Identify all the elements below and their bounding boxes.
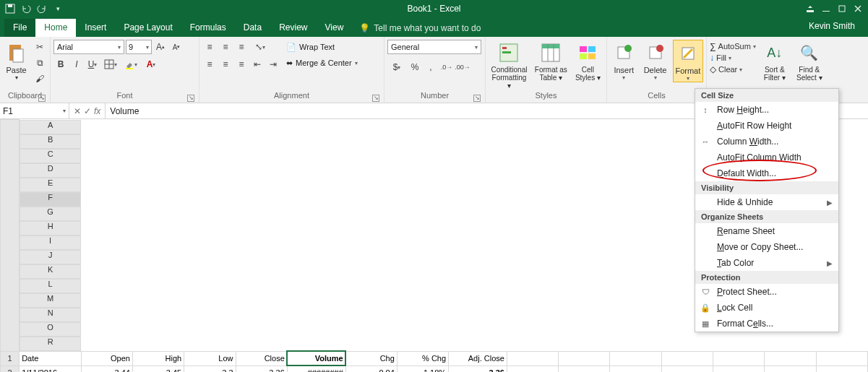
cell-J2[interactable]: [507, 365, 558, 372]
cell-A2[interactable]: 1/11/2016: [20, 365, 82, 372]
cell-I1[interactable]: Adj. Close: [449, 351, 507, 365]
cell-N2[interactable]: [713, 365, 765, 372]
fx-icon[interactable]: fx: [94, 106, 100, 116]
cell-A1[interactable]: Date: [20, 351, 82, 365]
number-format-select[interactable]: General▾: [387, 40, 481, 54]
comma-format-icon[interactable]: ,: [424, 60, 438, 74]
cell-N1[interactable]: [713, 351, 765, 365]
row-header-2[interactable]: 2: [1, 365, 20, 372]
cell-B1[interactable]: Open: [81, 351, 132, 365]
row-header-1[interactable]: 1: [1, 351, 20, 365]
menu-protect-sheet[interactable]: 🛡Protect Sheet...: [695, 284, 838, 300]
menu-autofit-column-width[interactable]: AutoFit Column Width: [695, 150, 838, 165]
merge-center-button[interactable]: ⬌Merge & Center▾: [283, 56, 371, 70]
cancel-formula-icon[interactable]: ✕: [74, 106, 81, 116]
column-header-G[interactable]: G: [20, 207, 81, 221]
menu-row-height[interactable]: ↕Row Height...: [695, 102, 838, 118]
font-color-icon[interactable]: A▾: [142, 57, 160, 72]
column-header-K[interactable]: K: [20, 264, 81, 279]
cell-H1[interactable]: % Chg: [397, 351, 448, 365]
menu-column-width[interactable]: ↔Column Width...: [695, 134, 838, 150]
cell-R2[interactable]: [816, 365, 867, 372]
insert-cells-button[interactable]: Insert▾: [610, 40, 637, 81]
cell-E1[interactable]: Close: [236, 351, 287, 365]
ribbon-options-icon[interactable]: [804, 3, 816, 14]
borders-icon[interactable]: ▾: [101, 57, 120, 72]
font-name-input[interactable]: Arial▾: [53, 40, 124, 54]
copy-icon[interactable]: ⧉: [33, 56, 47, 70]
menu-tab-color[interactable]: Tab Color▶: [695, 255, 838, 271]
cell-M2[interactable]: [661, 365, 713, 372]
undo-icon[interactable]: [20, 3, 32, 14]
paste-button[interactable]: Paste▾: [3, 40, 30, 81]
cell-G1[interactable]: Chg: [345, 351, 397, 365]
cell-M1[interactable]: [661, 351, 713, 365]
decrease-font-icon[interactable]: A▾: [169, 40, 184, 54]
align-right-icon[interactable]: ≡: [234, 57, 249, 72]
menu-format-cells[interactable]: ▦Format Cells...: [695, 316, 838, 332]
cell-K1[interactable]: [559, 351, 610, 365]
cell-K2[interactable]: [559, 365, 610, 372]
column-header-M[interactable]: M: [20, 293, 81, 308]
column-header-I[interactable]: I: [20, 235, 81, 250]
cut-icon[interactable]: ✂: [33, 40, 47, 54]
cell-C2[interactable]: 3.45: [132, 365, 184, 372]
redo-icon[interactable]: [36, 3, 48, 14]
menu-default-width[interactable]: Default Width...: [695, 165, 838, 181]
cell-J1[interactable]: [507, 351, 558, 365]
column-header-L[interactable]: L: [20, 279, 81, 293]
column-header-H[interactable]: H: [20, 221, 81, 235]
increase-indent-icon[interactable]: ⇥: [266, 57, 280, 72]
cell-D1[interactable]: Low: [184, 351, 236, 365]
find-select-button[interactable]: 🔍Find & Select ▾: [794, 40, 825, 82]
format-as-table-button[interactable]: Format as Table ▾: [533, 40, 570, 82]
tab-review[interactable]: Review: [270, 19, 316, 37]
format-cells-button[interactable]: Format▾: [673, 40, 703, 82]
accounting-format-icon[interactable]: $▾: [387, 60, 406, 74]
cell-E2[interactable]: 3.36: [236, 365, 287, 372]
menu-hide-unhide[interactable]: Hide & Unhide▶: [695, 194, 838, 210]
qat-customize-icon[interactable]: ▾: [52, 3, 64, 14]
delete-cells-button[interactable]: Delete▾: [640, 40, 669, 81]
column-header-N[interactable]: N: [20, 308, 81, 322]
decrease-decimal-icon[interactable]: .00→: [455, 60, 470, 74]
column-header-J[interactable]: J: [20, 250, 81, 264]
column-header-A[interactable]: A: [20, 120, 81, 134]
fill-button[interactable]: ↓Fill▾: [710, 53, 756, 63]
align-left-icon[interactable]: ≡: [202, 57, 217, 72]
menu-rename-sheet[interactable]: Rename Sheet: [695, 223, 838, 239]
menu-move-copy-sheet[interactable]: Move or Copy Sheet...: [695, 239, 838, 255]
align-bottom-icon[interactable]: ≡: [234, 40, 249, 54]
orientation-icon[interactable]: ⤡▾: [250, 40, 270, 54]
font-dialog-icon[interactable]: ↘: [187, 95, 194, 102]
cell-R1[interactable]: [816, 351, 867, 365]
cell-F1[interactable]: Volume: [287, 351, 345, 365]
underline-button[interactable]: U▾: [85, 57, 100, 72]
restore-icon[interactable]: [836, 3, 848, 14]
percent-format-icon[interactable]: %: [408, 60, 422, 74]
column-header-B[interactable]: B: [20, 134, 81, 149]
align-center-icon[interactable]: ≡: [218, 57, 233, 72]
menu-autofit-row-height[interactable]: AutoFit Row Height: [695, 118, 838, 134]
column-header-E[interactable]: E: [20, 178, 81, 192]
cell-D2[interactable]: 3.3: [184, 365, 236, 372]
cell-B2[interactable]: 3.44: [81, 365, 132, 372]
column-header-F[interactable]: F: [20, 192, 81, 207]
format-painter-icon[interactable]: 🖌: [33, 72, 47, 86]
align-middle-icon[interactable]: ≡: [218, 40, 233, 54]
cell-C1[interactable]: High: [132, 351, 184, 365]
column-header-C[interactable]: C: [20, 149, 81, 163]
cell-L2[interactable]: [610, 365, 661, 372]
tab-insert[interactable]: Insert: [76, 19, 115, 37]
menu-lock-cell[interactable]: 🔒Lock Cell: [695, 300, 838, 316]
tell-me[interactable]: 💡 Tell me what you want to do: [352, 20, 488, 37]
increase-font-icon[interactable]: A▴: [153, 40, 168, 54]
tab-formulas[interactable]: Formulas: [181, 19, 235, 37]
cell-O1[interactable]: [765, 351, 816, 365]
tab-home[interactable]: Home: [35, 19, 76, 37]
sort-filter-button[interactable]: A↓Sort & Filter ▾: [759, 40, 791, 82]
cell-styles-button[interactable]: Cell Styles ▾: [572, 40, 603, 82]
wrap-text-button[interactable]: 📄Wrap Text: [283, 40, 371, 54]
conditional-formatting-button[interactable]: Conditional Formatting ▾: [489, 40, 530, 90]
signed-in-user[interactable]: Kevin Smith: [809, 21, 855, 31]
